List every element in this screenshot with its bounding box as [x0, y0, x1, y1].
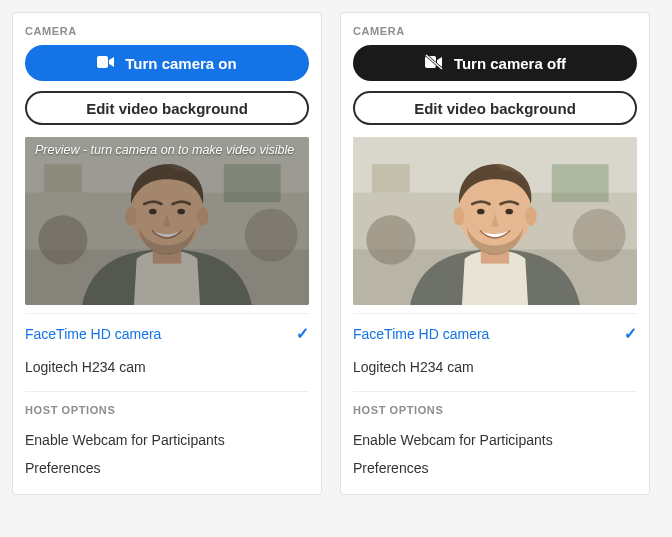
preview-dim-overlay — [25, 137, 309, 305]
host-options-section: HOST OPTIONS Enable Webcam for Participa… — [25, 391, 309, 480]
camera-section-header: CAMERA — [353, 25, 637, 37]
preferences-option[interactable]: Preferences — [353, 452, 637, 480]
camera-device-label: FaceTime HD camera — [25, 326, 161, 342]
camera-device-list: FaceTime HD camera ✓ Logitech H234 cam — [353, 313, 637, 381]
check-icon: ✓ — [624, 324, 637, 343]
host-options-header: HOST OPTIONS — [25, 404, 309, 416]
edit-video-background-button[interactable]: Edit video background — [353, 91, 637, 125]
camera-device-label: Logitech H234 cam — [353, 359, 474, 375]
preferences-option[interactable]: Preferences — [25, 452, 309, 480]
check-icon: ✓ — [296, 324, 309, 343]
svg-rect-13 — [97, 56, 108, 68]
turn-camera-off-button[interactable]: Turn camera off — [353, 45, 637, 81]
camera-panel-off-state: CAMERA Turn camera on Edit video backgro… — [12, 12, 322, 495]
camera-on-icon — [97, 55, 115, 72]
camera-preview — [353, 137, 637, 305]
camera-device-label: Logitech H234 cam — [25, 359, 146, 375]
camera-device-item[interactable]: Logitech H234 cam — [25, 349, 309, 381]
camera-preview: Preview - turn camera on to make video v… — [25, 137, 309, 305]
edit-video-background-button[interactable]: Edit video background — [25, 91, 309, 125]
camera-device-item[interactable]: Logitech H234 cam — [353, 349, 637, 381]
preview-hint-text: Preview - turn camera on to make video v… — [35, 143, 299, 157]
enable-webcam-participants-option[interactable]: Enable Webcam for Participants — [353, 424, 637, 452]
camera-device-item[interactable]: FaceTime HD camera ✓ — [25, 314, 309, 349]
host-options-section: HOST OPTIONS Enable Webcam for Participa… — [353, 391, 637, 480]
turn-camera-off-label: Turn camera off — [454, 55, 566, 72]
camera-device-item[interactable]: FaceTime HD camera ✓ — [353, 314, 637, 349]
enable-webcam-participants-option[interactable]: Enable Webcam for Participants — [25, 424, 309, 452]
camera-off-icon — [424, 54, 444, 73]
camera-device-label: FaceTime HD camera — [353, 326, 489, 342]
turn-camera-on-label: Turn camera on — [125, 55, 236, 72]
edit-video-background-label: Edit video background — [414, 100, 576, 117]
host-options-header: HOST OPTIONS — [353, 404, 637, 416]
camera-section-header: CAMERA — [25, 25, 309, 37]
camera-device-list: FaceTime HD camera ✓ Logitech H234 cam — [25, 313, 309, 381]
edit-video-background-label: Edit video background — [86, 100, 248, 117]
turn-camera-on-button[interactable]: Turn camera on — [25, 45, 309, 81]
camera-panel-on-state: CAMERA Turn camera off Edit video backgr… — [340, 12, 650, 495]
